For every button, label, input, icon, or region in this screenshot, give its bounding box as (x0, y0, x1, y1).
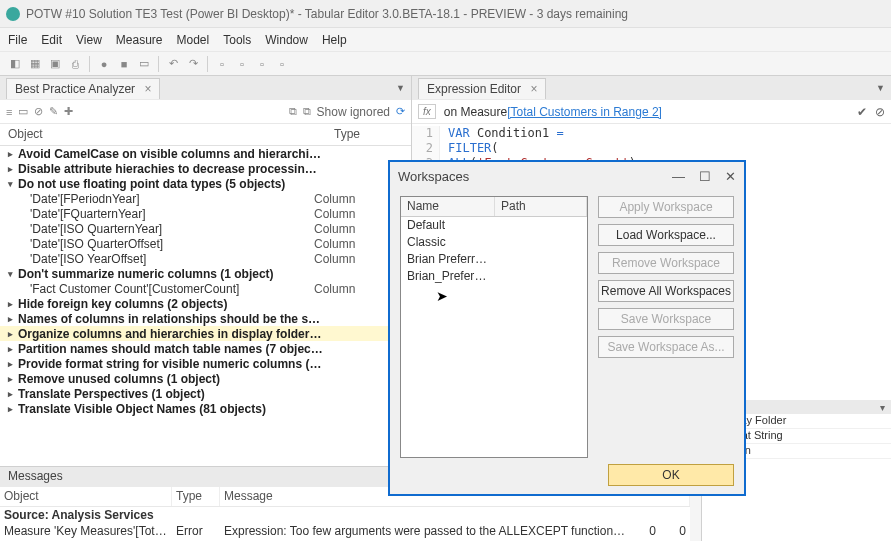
bp-rule-row[interactable]: ▸Remove unused columns (1 object) (0, 371, 411, 386)
toolbar-button[interactable]: ▦ (26, 55, 44, 73)
chevron-down-icon[interactable]: ▼ (876, 83, 885, 93)
toolbar-icon[interactable]: ⧉ (303, 105, 311, 118)
ok-button[interactable]: OK (608, 464, 734, 486)
save-workspace-as-button[interactable]: Save Workspace As... (598, 336, 734, 358)
message-row[interactable]: Measure 'Key Measures'[Total Custo... Er… (0, 523, 690, 539)
workspace-row[interactable]: Brian_Preferred (401, 268, 587, 285)
close-icon[interactable]: ✕ (725, 169, 736, 184)
menu-file[interactable]: File (8, 33, 27, 47)
col-object[interactable]: Object (8, 124, 334, 145)
toolbar-button[interactable]: ■ (115, 55, 133, 73)
toolbar-button[interactable]: ▫ (213, 55, 231, 73)
apply-workspace-button[interactable]: Apply Workspace (598, 196, 734, 218)
toolbar-icon[interactable]: ⊘ (34, 105, 43, 118)
toolbar-button[interactable]: ● (95, 55, 113, 73)
close-icon[interactable]: × (144, 82, 151, 96)
workspace-row[interactable]: Default (401, 217, 587, 234)
toolbar-icon[interactable]: ✎ (49, 105, 58, 118)
bp-rule-row[interactable]: ▾Do not use floating point data types (5… (0, 176, 411, 191)
bp-rule-row[interactable]: ▸Provide format string for visible numer… (0, 356, 411, 371)
row-text: Hide foreign key columns (2 objects) (18, 297, 324, 311)
minimize-icon[interactable]: — (672, 169, 685, 184)
bp-item-row[interactable]: 'Date'[FPeriodnYear]Column (0, 191, 411, 206)
toolbar-button[interactable]: ⎙ (66, 55, 84, 73)
tab-expression-editor[interactable]: Expression Editor × (418, 78, 546, 99)
toolbar-icon[interactable]: ≡ (6, 106, 12, 118)
toolbar-button[interactable]: ▭ (135, 55, 153, 73)
save-workspace-button[interactable]: Save Workspace (598, 308, 734, 330)
chevron-down-icon[interactable]: ▼ (396, 83, 405, 93)
remove-workspace-button[interactable]: Remove Workspace (598, 252, 734, 274)
measure-link[interactable]: [Total Customers in Range 2] (507, 105, 662, 119)
accept-icon[interactable]: ✔ (857, 105, 867, 119)
toolbar-icon[interactable]: ⧉ (289, 105, 297, 118)
toolbar-button[interactable]: ↶ (164, 55, 182, 73)
caret-icon[interactable]: ▾ (8, 179, 18, 189)
toolbar-icon[interactable]: ▭ (18, 105, 28, 118)
bp-rule-row[interactable]: ▸Hide foreign key columns (2 objects) (0, 296, 411, 311)
bp-item-row[interactable]: 'Fact Customer Count'[CustomerCount]Colu… (0, 281, 411, 296)
bp-item-row[interactable]: 'Date'[ISO QuarterOffset]Column (0, 236, 411, 251)
bp-rule-row[interactable]: ▸Partition names should match table name… (0, 341, 411, 356)
bp-item-row[interactable]: 'Date'[ISO YearOffset]Column (0, 251, 411, 266)
load-workspace-button[interactable]: Load Workspace... (598, 224, 734, 246)
toolbar-button[interactable]: ▫ (273, 55, 291, 73)
toolbar-button[interactable]: ▫ (253, 55, 271, 73)
col-path[interactable]: Path (495, 197, 587, 216)
bp-item-row[interactable]: 'Date'[ISO QuarternYear]Column (0, 221, 411, 236)
menu-window[interactable]: Window (265, 33, 308, 47)
toolbar-button[interactable]: ◧ (6, 55, 24, 73)
row-text: 'Date'[ISO YearOffset] (8, 252, 314, 266)
caret-icon[interactable]: ▸ (8, 374, 18, 384)
row-text: 'Date'[ISO QuarternYear] (8, 222, 314, 236)
workspace-row[interactable]: Classic (401, 234, 587, 251)
caret-icon[interactable]: ▾ (8, 269, 18, 279)
workspace-row[interactable]: Brian Preferred Sear... (401, 251, 587, 268)
code-line[interactable]: FILTER( (448, 141, 499, 156)
tab-best-practice[interactable]: Best Practice Analyzer × (6, 78, 160, 99)
remove-all-workspaces-button[interactable]: Remove All Workspaces (598, 280, 734, 302)
bp-rule-row[interactable]: ▾Don't summarize numeric columns (1 obje… (0, 266, 411, 281)
refresh-icon[interactable]: ⟳ (396, 105, 405, 118)
bp-rule-row[interactable]: ▸Organize columns and hierarchies in dis… (0, 326, 411, 341)
dialog-title: Workspaces (398, 169, 469, 184)
menu-model[interactable]: Model (177, 33, 210, 47)
code-line[interactable]: VAR Condition1 = (448, 126, 564, 141)
caret-icon[interactable]: ▸ (8, 344, 18, 354)
menu-help[interactable]: Help (322, 33, 347, 47)
bp-tree[interactable]: ▸Avoid CamelCase on visible columns and … (0, 146, 411, 466)
message-source[interactable]: Source: Analysis Services (0, 507, 690, 523)
menu-measure[interactable]: Measure (116, 33, 163, 47)
bp-rule-row[interactable]: ▸Translate Perspectives (1 object) (0, 386, 411, 401)
menu-edit[interactable]: Edit (41, 33, 62, 47)
dialog-titlebar[interactable]: Workspaces — ☐ ✕ (390, 162, 744, 190)
bp-rule-row[interactable]: ▸Translate Visible Object Names (81 obje… (0, 401, 411, 416)
toolbar-button[interactable]: ↷ (184, 55, 202, 73)
show-ignored-toggle[interactable]: Show ignored (317, 105, 390, 119)
col-type[interactable]: Type (172, 487, 220, 506)
col-name[interactable]: Name (401, 197, 495, 216)
caret-icon[interactable]: ▸ (8, 149, 18, 159)
menu-view[interactable]: View (76, 33, 102, 47)
toolbar-button[interactable]: ▣ (46, 55, 64, 73)
caret-icon[interactable]: ▸ (8, 314, 18, 324)
bp-item-row[interactable]: 'Date'[FQuarternYear]Column (0, 206, 411, 221)
caret-icon[interactable]: ▸ (8, 404, 18, 414)
caret-icon[interactable]: ▸ (8, 389, 18, 399)
col-object[interactable]: Object (0, 487, 172, 506)
toolbar-button[interactable]: ▫ (233, 55, 251, 73)
bp-rule-row[interactable]: ▸Disable attribute hierachies to decreas… (0, 161, 411, 176)
bp-rule-row[interactable]: ▸Avoid CamelCase on visible columns and … (0, 146, 411, 161)
toolbar-icon[interactable]: ✚ (64, 105, 73, 118)
col-type[interactable]: Type (334, 124, 360, 145)
close-icon[interactable]: × (530, 82, 537, 96)
caret-icon[interactable]: ▸ (8, 329, 18, 339)
caret-icon[interactable]: ▸ (8, 299, 18, 309)
caret-icon[interactable]: ▸ (8, 359, 18, 369)
menu-tools[interactable]: Tools (223, 33, 251, 47)
cancel-icon[interactable]: ⊘ (875, 105, 885, 119)
bp-rule-row[interactable]: ▸Names of columns in relationships shoul… (0, 311, 411, 326)
maximize-icon[interactable]: ☐ (699, 169, 711, 184)
workspaces-grid[interactable]: Name Path Default Classic Brian Preferre… (400, 196, 588, 458)
caret-icon[interactable]: ▸ (8, 164, 18, 174)
